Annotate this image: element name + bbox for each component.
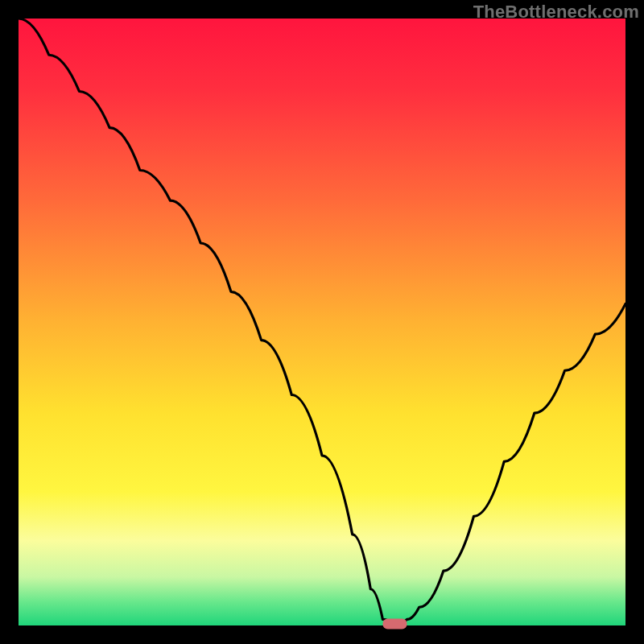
- optimal-point-marker: [382, 619, 407, 630]
- watermark-text: TheBottleneck.com: [473, 2, 639, 23]
- chart-frame: TheBottleneck.com: [0, 0, 644, 644]
- plot-background: [19, 19, 625, 625]
- bottleneck-chart: [0, 0, 644, 644]
